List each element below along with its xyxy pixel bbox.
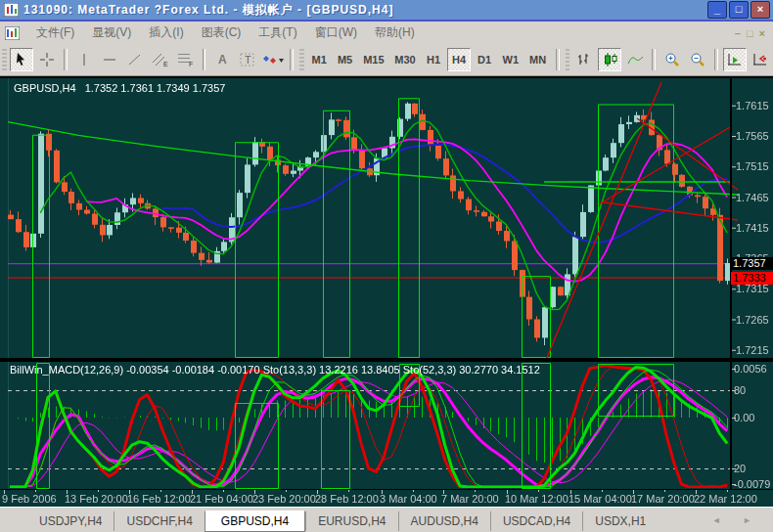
indicator-axis-label: -0.0079 <box>734 478 770 490</box>
timeframe-d1-button[interactable]: D1 <box>473 48 496 71</box>
maximize-button[interactable]: □ <box>729 1 749 19</box>
chart-window-menu-icon[interactable] <box>5 26 20 40</box>
vertical-line-tool-button[interactable] <box>72 48 96 71</box>
toolbar: E F A T M1 M5 M15 M30 H1 H4 D1 W1 MN <box>0 44 773 76</box>
crosshair-tool-button[interactable] <box>35 48 59 71</box>
tab-scroll-right-icon[interactable]: ► <box>743 515 761 525</box>
menu-view[interactable]: 显视(V) <box>83 22 140 43</box>
text-tool-button[interactable]: A <box>210 48 234 71</box>
window-title: 131090: MetaTrader ?Forex Ltd. - 模拟帐户 - … <box>23 2 393 19</box>
tab-usdchf-h4[interactable]: USDCHF,H4 <box>114 511 204 531</box>
menu-insert[interactable]: 插入(I) <box>140 22 192 43</box>
symbol-tab-bar: USDJPY,H4 USDCHF,H4 GBPUSD,H4 EURUSD,H4 … <box>0 507 773 532</box>
price-chart-canvas[interactable] <box>0 76 773 507</box>
svg-text:E: E <box>163 61 168 67</box>
price-axis-label: 1.7315 <box>736 283 769 294</box>
toolbar-separator <box>652 49 656 70</box>
menu-tools[interactable]: 工具(T) <box>250 22 305 43</box>
svg-text:A: A <box>218 53 227 66</box>
toolbar-separator <box>556 49 560 70</box>
time-axis-label: 23 Feb 20:00 <box>252 493 316 505</box>
ohlc-readout: GBPUSD,H4 1.7352 1.7361 1.7349 1.7357 <box>14 82 225 94</box>
indicator-readout: BillWin_MACD(12,26,9) -0.00354 -0.00184 … <box>10 364 540 376</box>
fibonacci-tool-button[interactable]: F <box>174 48 198 71</box>
timeframe-w1-button[interactable]: W1 <box>498 48 523 71</box>
tab-gbpusd-h4[interactable]: GBPUSD,H4 <box>205 510 305 532</box>
red-line-price-marker: 1.7333 <box>731 272 773 285</box>
close-value: 1.7357 <box>193 82 226 94</box>
timeframe-m1-button[interactable]: M1 <box>307 48 331 71</box>
close-button[interactable]: × <box>750 1 770 19</box>
timeframe-m30-button[interactable]: M30 <box>390 48 420 71</box>
toolbar-handle[interactable] <box>2 49 7 70</box>
child-restore-icon[interactable]: □ <box>747 27 753 39</box>
low-value: 1.7349 <box>157 82 190 94</box>
minimize-button[interactable]: _ <box>707 1 727 19</box>
trendline-tool-button[interactable] <box>123 48 147 71</box>
timeframe-h1-button[interactable]: H1 <box>422 48 445 71</box>
zoom-out-button[interactable] <box>686 48 709 71</box>
child-close-icon[interactable]: × <box>759 27 765 39</box>
time-axis-label: 17 Mar 20:00 <box>631 493 695 505</box>
toolbar-handle[interactable] <box>566 49 570 70</box>
title-bar[interactable]: 131090: MetaTrader ?Forex Ltd. - 模拟帐户 - … <box>0 0 773 22</box>
indicator-axis-label: 80 <box>734 384 746 396</box>
tab-scroll-left-icon[interactable]: ◄ <box>712 515 731 525</box>
toolbar-separator <box>290 49 294 70</box>
bar-chart-button[interactable] <box>572 48 596 71</box>
line-chart-button[interactable] <box>623 48 647 71</box>
time-axis-label: 15 Mar 04:00 <box>568 493 632 505</box>
cursor-tool-button[interactable] <box>10 48 33 71</box>
time-axis-label: 16 Feb 12:00 <box>127 493 191 505</box>
price-axis-label: 1.7615 <box>736 100 769 111</box>
menu-file[interactable]: 文件(F) <box>27 22 83 43</box>
time-axis-label: 3 Mar 04:00 <box>380 493 437 505</box>
tab-usdx-h1[interactable]: USDX,H1 <box>582 511 658 531</box>
toolbar-separator <box>714 49 718 70</box>
candlestick-chart-button[interactable] <box>598 48 621 71</box>
auto-scroll-button[interactable] <box>749 48 772 71</box>
svg-text:T: T <box>245 54 251 66</box>
text-label-tool-button[interactable]: T <box>236 48 259 71</box>
toolbar-handle[interactable] <box>299 49 304 70</box>
open-value: 1.7352 <box>85 82 118 94</box>
app-icon <box>4 3 19 17</box>
tab-audusd-h4[interactable]: AUDUSD,H4 <box>398 511 490 531</box>
menu-window[interactable]: 窗口(W) <box>306 22 366 43</box>
indicator-axis-label: 0.00 <box>734 412 754 423</box>
menu-help[interactable]: 帮助(H) <box>366 22 424 43</box>
time-axis-label: 22 Mar 12:00 <box>694 493 757 505</box>
tab-usdcad-h4[interactable]: USDCAD,H4 <box>490 511 582 531</box>
zoom-in-button[interactable] <box>660 48 684 71</box>
price-axis-label: 1.7465 <box>736 192 769 203</box>
menu-charts[interactable]: 图表(C) <box>193 22 250 43</box>
timeframe-mn-button[interactable]: MN <box>525 48 551 71</box>
time-axis-label: 13 Feb 20:00 <box>65 493 128 505</box>
svg-text:F: F <box>189 61 193 67</box>
timeframe-h4-button[interactable]: H4 <box>447 48 471 71</box>
bid-price-marker: 1.7357 <box>731 257 773 270</box>
timeframe-m5-button[interactable]: M5 <box>333 48 356 71</box>
indicator-axis-label: 20 <box>734 463 746 474</box>
toolbar-separator <box>203 49 206 70</box>
price-axis-label: 1.7215 <box>736 344 769 356</box>
horizontal-line-tool-button[interactable] <box>98 48 121 71</box>
chart-symbol-label: GBPUSD,H4 <box>14 82 76 94</box>
child-minimize-icon[interactable]: – <box>735 27 741 39</box>
indicator-axis-label: 0.0056 <box>734 363 767 375</box>
toolbar-separator <box>64 49 68 70</box>
timeframe-m15-button[interactable]: M15 <box>359 48 388 71</box>
tab-usdjpy-h4[interactable]: USDJPY,H4 <box>27 511 114 531</box>
equidistant-channel-tool-button[interactable]: E <box>149 48 172 71</box>
arrow-objects-button[interactable] <box>261 48 285 71</box>
price-axis-label: 1.7415 <box>736 222 769 234</box>
price-axis-label: 1.7265 <box>736 314 769 326</box>
time-axis-label: 21 Feb 04:00 <box>190 493 253 505</box>
time-axis-label: 10 Mar 12:00 <box>505 493 568 505</box>
chart-region: GBPUSD,H4 1.7352 1.7361 1.7349 1.7357 Bi… <box>0 76 773 507</box>
metatrader-window: 131090: MetaTrader ?Forex Ltd. - 模拟帐户 - … <box>0 0 773 532</box>
chart-shift-button[interactable] <box>723 48 747 71</box>
time-axis-label: 7 Mar 20:00 <box>441 493 499 505</box>
menu-bar: 文件(F) 显视(V) 插入(I) 图表(C) 工具(T) 窗口(W) 帮助(H… <box>0 22 773 45</box>
tab-eurusd-h4[interactable]: EURUSD,H4 <box>305 511 397 531</box>
